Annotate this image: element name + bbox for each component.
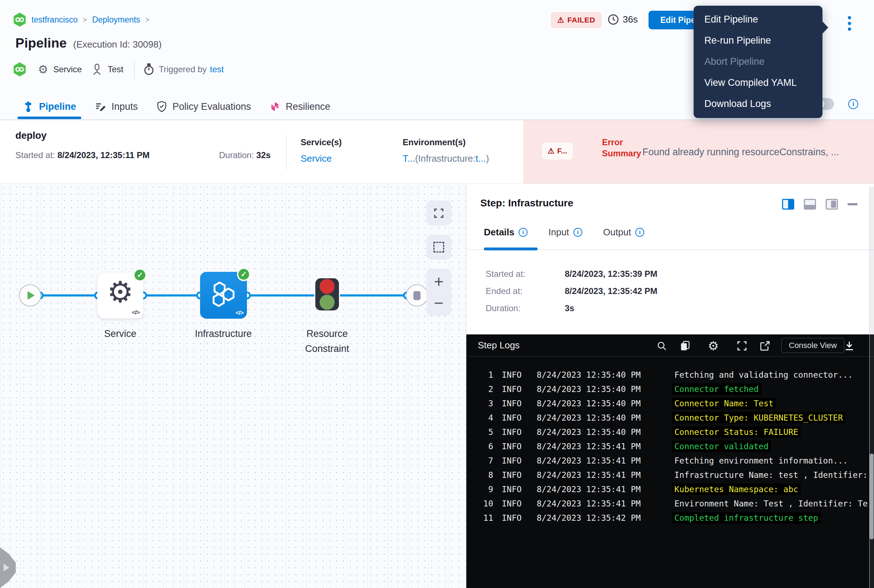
- log-line: 11INFO8/24/2023 12:35:42 PMCompleted inf…: [466, 511, 874, 525]
- active-tab-underline: [484, 248, 537, 250]
- menu-item-view-compiled-yaml[interactable]: View Compiled YAML: [693, 72, 823, 93]
- app-root: testfrancisco > Deployments > Pipeline (…: [0, 0, 874, 588]
- chevron-right-icon: [4, 564, 9, 572]
- resilience-icon: [269, 101, 280, 112]
- zoom-controls: + −: [426, 268, 451, 316]
- service-step-node[interactable]: ⚙ </> ✓: [97, 273, 143, 318]
- stage-summary-bar: deploy Started at: 8/24/2023, 12:35:11 P…: [0, 120, 874, 184]
- panel-scrollbar-thumb[interactable]: [870, 453, 874, 539]
- triggered-by-label: Triggered by: [159, 64, 207, 74]
- stage-name[interactable]: deploy: [15, 130, 47, 141]
- log-external-link-icon[interactable]: [758, 339, 771, 352]
- infrastructure-step-node[interactable]: </> ✓: [200, 272, 247, 319]
- trigger-user-link[interactable]: test: [210, 64, 224, 74]
- edge-start-service: [44, 294, 94, 297]
- pipeline-canvas[interactable]: ⚙ </> ✓ </> ✓ Service Infrastructure Res…: [0, 184, 466, 588]
- log-search-icon[interactable]: [655, 339, 668, 352]
- service-link[interactable]: Service: [301, 153, 332, 164]
- page-title: Pipeline: [15, 36, 66, 51]
- end-node[interactable]: [406, 284, 428, 306]
- log-line: 4INFO8/24/2023 12:35:40 PMConnector Type…: [466, 411, 874, 425]
- clock-icon: [607, 14, 619, 26]
- step-logs-console: Step Logs ⚙ Console View: [466, 334, 874, 588]
- marquee-select-button[interactable]: [426, 235, 451, 260]
- panel-layout-controls: [782, 199, 857, 210]
- log-settings-gear-icon[interactable]: ⚙: [707, 339, 720, 352]
- environment-name: Test: [108, 64, 123, 74]
- menu-item-rerun-pipeline[interactable]: Re-run Pipeline: [693, 30, 823, 51]
- minimize-panel-icon[interactable]: [847, 203, 857, 205]
- bottom-view-icon[interactable]: [804, 199, 816, 210]
- step-logs-header: Step Logs ⚙ Console View: [466, 334, 874, 357]
- menu-item-download-logs[interactable]: Download Logs: [693, 93, 823, 114]
- inputs-icon: [95, 101, 106, 112]
- log-copy-icon[interactable]: [678, 339, 692, 352]
- error-summary-label: Error Summary: [602, 136, 641, 159]
- green-light: [320, 295, 335, 310]
- menu-item-abort-pipeline[interactable]: Abort Pipeline: [693, 51, 823, 72]
- code-tag: </>: [132, 309, 140, 316]
- stage-started-at: Started at: 8/24/2023, 12:35:11 PM: [15, 150, 150, 160]
- success-check-badge: ✓: [133, 268, 147, 282]
- infrastructure-node-label: Infrastructure: [177, 326, 270, 341]
- environments-column: Environment(s) T...(Infrastructure:t...): [403, 137, 489, 164]
- info-icon[interactable]: i: [635, 228, 644, 237]
- total-duration: 36s: [607, 14, 638, 26]
- step-ended-row: Ended at:8/24/2023, 12:35:42 PM: [486, 286, 522, 296]
- zoom-in-button[interactable]: +: [434, 273, 444, 290]
- tab-inputs[interactable]: Inputs: [95, 101, 138, 112]
- left-panel-expand-tab[interactable]: [0, 547, 16, 588]
- code-tag: </>: [236, 309, 244, 316]
- marquee-icon: [433, 242, 444, 252]
- tab-input[interactable]: Inputi: [548, 227, 582, 238]
- more-options-kebab-icon[interactable]: [842, 14, 856, 35]
- tab-resilience[interactable]: Resilience: [269, 101, 330, 112]
- resource-constraint-node-label: Resource Constraint: [281, 326, 374, 356]
- harness-service-icon: [13, 62, 27, 77]
- infrastructure-hexagons-icon: [209, 280, 237, 308]
- console-view-button[interactable]: Console View: [781, 338, 844, 353]
- info-icon[interactable]: i: [573, 228, 582, 237]
- step-started-row: Started at:8/24/2023, 12:35:39 PM: [486, 269, 525, 279]
- fullscreen-canvas-button[interactable]: [426, 201, 451, 226]
- environment-icon: [91, 63, 103, 76]
- environment-value[interactable]: T...(Infrastructure:t...): [403, 153, 489, 164]
- meta-divider: [134, 60, 135, 79]
- zoom-out-button[interactable]: −: [434, 295, 444, 311]
- split-view-icon[interactable]: [782, 199, 794, 210]
- services-label: Service(s): [301, 137, 342, 147]
- execution-id: (Execution Id: 30098): [73, 39, 161, 50]
- edge-service-infra: [147, 294, 196, 297]
- right-view-icon[interactable]: [826, 199, 838, 210]
- title-row: Pipeline (Execution Id: 30098): [15, 36, 162, 51]
- resource-constraint-node[interactable]: [315, 278, 339, 310]
- log-line: 3INFO8/24/2023 12:35:40 PMConnector Name…: [466, 396, 874, 411]
- environments-label: Environment(s): [403, 137, 489, 147]
- tab-output[interactable]: Outputi: [603, 227, 644, 238]
- play-icon: [27, 291, 35, 300]
- stop-icon: [414, 291, 421, 300]
- gear-icon: ⚙: [97, 278, 143, 307]
- step-details-panel: Step: Infrastructure Detailsi Inputi Out…: [466, 184, 874, 588]
- tab-policy-evaluations[interactable]: Policy Evaluations: [156, 101, 251, 112]
- stage-divider: [286, 135, 287, 170]
- log-line: 10INFO8/24/2023 12:35:41 PMEnvironment N…: [466, 496, 874, 511]
- log-download-icon[interactable]: [843, 339, 856, 352]
- log-fullscreen-icon[interactable]: [736, 339, 748, 352]
- tab-pipeline[interactable]: Pipeline: [23, 101, 76, 112]
- start-node[interactable]: [19, 284, 41, 306]
- info-icon[interactable]: i: [519, 228, 528, 237]
- pipeline-meta-row: ⚙ Service Test Triggered by test: [13, 59, 224, 80]
- stage-duration: Duration: 32s: [219, 150, 271, 160]
- info-icon[interactable]: i: [848, 99, 858, 109]
- services-column: Service(s) Service: [301, 137, 342, 164]
- warning-icon: ⚠: [548, 147, 554, 155]
- log-lines[interactable]: 1INFO8/24/2023 12:35:40 PMFetching and v…: [466, 357, 874, 588]
- shield-check-icon: [156, 101, 167, 112]
- pipeline-icon: [23, 101, 34, 112]
- log-line: 1INFO8/24/2023 12:35:40 PMFetching and v…: [466, 368, 874, 382]
- error-summary-message: Found already running resourceConstrains…: [642, 147, 864, 158]
- log-line: 2INFO8/24/2023 12:35:40 PMConnector fetc…: [466, 382, 874, 396]
- tab-details[interactable]: Detailsi: [484, 227, 528, 238]
- menu-item-edit-pipeline[interactable]: Edit Pipeline: [693, 9, 823, 30]
